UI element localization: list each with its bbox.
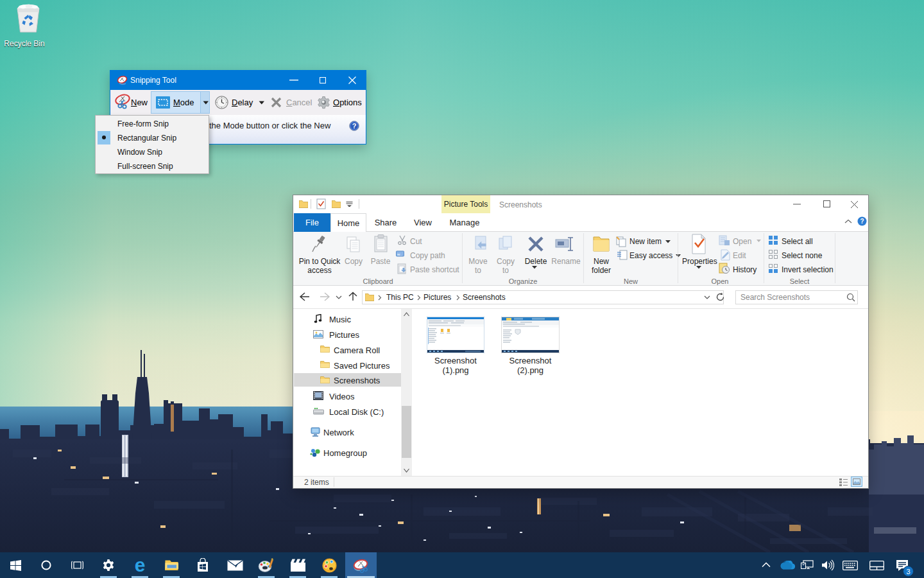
svg-text:w..: w.. [397,252,402,256]
svg-text:3: 3 [906,568,910,575]
svg-text:?: ? [860,218,864,225]
svg-text:?: ? [352,122,357,130]
